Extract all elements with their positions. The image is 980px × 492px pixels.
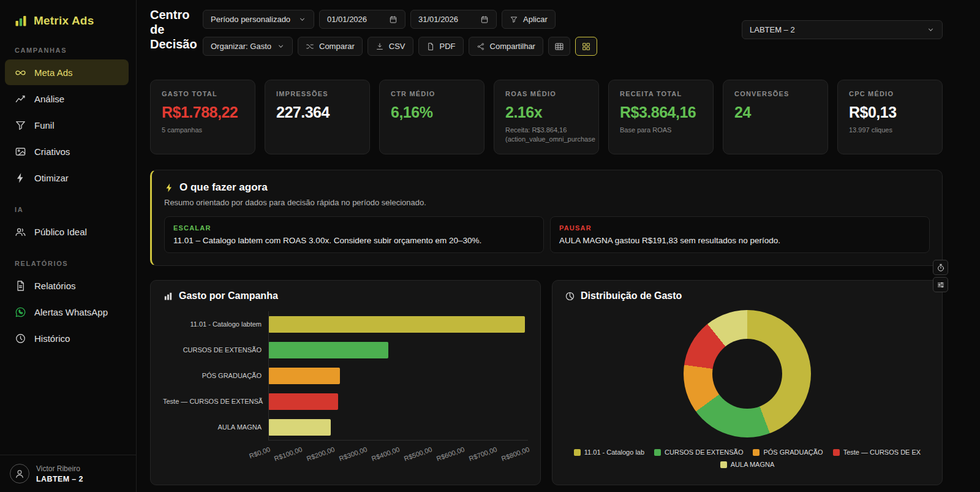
axis-tick-label: R$0,00 xyxy=(248,445,271,460)
sidebar-item-criativos[interactable]: Criativos xyxy=(5,138,129,164)
sidebar-item-label: Análise xyxy=(34,94,64,104)
bar-row: PÓS GRADUAÇÃO xyxy=(163,363,528,388)
bar-category-label: PÓS GRADUAÇÃO xyxy=(163,372,268,379)
bar-row: 11.01 - Catalogo labtem xyxy=(163,311,528,337)
sidebar-item-otimizar[interactable]: Otimizar xyxy=(5,165,129,191)
legend-item[interactable]: AULA MAGNA xyxy=(720,461,775,468)
download-icon xyxy=(375,42,384,51)
sidebar-item-historico[interactable]: Histórico xyxy=(5,325,129,351)
float-button-filters[interactable] xyxy=(933,277,948,292)
legend-swatch xyxy=(833,449,840,456)
date-to-input[interactable]: 31/01/2026 xyxy=(410,10,497,29)
app-root: Metrix Ads CAMPANHASMeta AdsAnáliseFunil… xyxy=(0,0,980,492)
sidebar-nav: CAMPANHASMeta AdsAnáliseFunilCriativosOt… xyxy=(0,32,136,352)
table-view-button[interactable] xyxy=(548,37,570,56)
main-content: Centro de Decisão Período personalizado … xyxy=(137,0,980,492)
kpi-label: CTR MÉDIO xyxy=(391,90,473,97)
kpi-card-impressoes: IMPRESSÕES227.364 xyxy=(265,80,370,154)
decision-panel: O que fazer agora Resumo orientado por d… xyxy=(150,170,943,266)
legend-swatch xyxy=(720,461,727,468)
share-button[interactable]: Compartilhar xyxy=(469,37,543,56)
grid-view-button[interactable] xyxy=(575,37,597,56)
sidebar: Metrix Ads CAMPANHASMeta AdsAnáliseFunil… xyxy=(0,0,137,492)
sidebar-item-label: Meta Ads xyxy=(34,67,73,78)
kpi-sub: Base para ROAS xyxy=(620,126,702,135)
legend-label: PÓS GRADUAÇÃO xyxy=(763,448,823,456)
decision-subtitle: Resumo orientado por dados para decisão … xyxy=(164,198,930,207)
account-select[interactable]: LABTEM – 2 xyxy=(742,20,943,39)
kpi-label: CPC MÉDIO xyxy=(849,90,931,97)
bolt-icon xyxy=(15,172,26,184)
kpi-label: CONVERSÕES xyxy=(734,90,816,97)
chevron-down-icon xyxy=(298,15,306,23)
sidebar-item-label: Público Ideal xyxy=(34,227,87,237)
kpi-value: R$3.864,16 xyxy=(620,104,702,121)
image-icon xyxy=(15,146,26,157)
kpi-card-conversoes: CONVERSÕES24 xyxy=(723,80,828,154)
sidebar-item-analise[interactable]: Análise xyxy=(5,86,129,112)
sidebar-item-label: Otimizar xyxy=(34,173,69,183)
controls-row-2: Organizar: Gasto Comparar CSV PDF xyxy=(203,37,597,56)
meta-icon xyxy=(15,67,26,78)
legend-item[interactable]: CURSOS DE EXTENSÃO xyxy=(654,448,743,456)
sidebar-item-alertas-whatsapp[interactable]: Alertas WhatsApp xyxy=(5,299,129,325)
recommendation-card: ESCALAR11.01 – Catalogo labtem com ROAS … xyxy=(164,216,544,253)
decision-title: O que fazer agora xyxy=(179,181,268,194)
kpi-label: RECEITA TOTAL xyxy=(620,90,702,97)
kpi-value: R$1.788,22 xyxy=(162,104,244,121)
period-select[interactable]: Período personalizado xyxy=(203,10,314,29)
clock-icon xyxy=(15,333,26,344)
user-profile: Victor Ribeiro LABTEM – 2 xyxy=(0,455,136,492)
sidebar-item-label: Criativos xyxy=(34,146,70,157)
nav-section-label: RELATÓRIOS xyxy=(0,245,136,272)
bar-category-label: CURSOS DE EXTENSÃO xyxy=(163,346,268,354)
controls-row-1: Período personalizado 01/01/2026 31/01/2… xyxy=(203,10,556,29)
kpi-sub: 5 campanhas xyxy=(162,126,244,135)
date-from-input[interactable]: 01/01/2026 xyxy=(319,10,405,29)
axis-tick-label: R$800,00 xyxy=(500,445,530,463)
donut-chart-title: Distribuição de Gasto xyxy=(581,290,682,301)
apply-button[interactable]: Aplicar xyxy=(502,10,556,29)
csv-button[interactable]: CSV xyxy=(368,37,413,56)
pie-chart-icon xyxy=(565,291,575,301)
legend-swatch xyxy=(654,449,661,456)
chevron-down-icon xyxy=(927,26,935,34)
legend-item[interactable]: 11.01 - Catalogo lab xyxy=(574,448,644,456)
axis-tick-label: R$200,00 xyxy=(306,445,336,463)
bar-x-axis: R$0,00R$100,00R$200,00R$300,00R$400,00R$… xyxy=(268,440,528,467)
floating-tools xyxy=(933,260,948,292)
donut-chart-title-row: Distribuição de Gasto xyxy=(565,290,930,301)
compare-button[interactable]: Comparar xyxy=(298,37,363,56)
kpi-value: 2.16x xyxy=(505,104,587,121)
sidebar-item-funil[interactable]: Funil xyxy=(5,112,129,138)
logo: Metrix Ads xyxy=(0,0,136,32)
axis-tick-label: R$600,00 xyxy=(435,445,466,463)
bolt-icon xyxy=(164,183,175,193)
bar xyxy=(268,368,340,384)
sidebar-item-meta-ads[interactable]: Meta Ads xyxy=(5,59,129,85)
logo-bars-icon xyxy=(13,13,28,28)
sidebar-item-relatorios[interactable]: Relatórios xyxy=(5,273,129,298)
shuffle-icon xyxy=(306,42,314,51)
pdf-button[interactable]: PDF xyxy=(418,37,464,56)
bar-track xyxy=(268,342,528,358)
charts-row: Gasto por Campanha 11.01 - Catalogo labt… xyxy=(150,280,943,485)
stopwatch-icon xyxy=(937,263,945,272)
grid-icon xyxy=(581,42,591,51)
page-title: Centro de Decisão xyxy=(150,7,203,51)
user-info: Victor Ribeiro LABTEM – 2 xyxy=(36,464,83,483)
kpi-card-cpc-medio: CPC MÉDIOR$0,1313.997 cliques xyxy=(837,80,943,154)
legend-item[interactable]: Teste — CURSOS DE EX xyxy=(833,448,921,456)
recommendation-tag: PAUSAR xyxy=(559,224,921,232)
float-button-timer[interactable] xyxy=(933,260,948,275)
sidebar-item-label: Relatórios xyxy=(34,281,76,291)
recommendation-text: AULA MAGNA gastou R$191,83 sem resultado… xyxy=(559,236,921,245)
legend-item[interactable]: PÓS GRADUAÇÃO xyxy=(753,448,823,456)
csv-button-label: CSV xyxy=(389,42,405,51)
kpi-label: ROAS MÉDIO xyxy=(505,90,587,97)
sidebar-item-publico-ideal[interactable]: Público Ideal xyxy=(5,219,129,244)
kpi-card-receita-total: RECEITA TOTALR$3.864,16Base para ROAS xyxy=(608,80,714,154)
sidebar-item-label: Funil xyxy=(34,120,55,131)
organize-select[interactable]: Organizar: Gasto xyxy=(203,37,293,56)
recommendation-card: PAUSARAULA MAGNA gastou R$191,83 sem res… xyxy=(550,216,930,253)
